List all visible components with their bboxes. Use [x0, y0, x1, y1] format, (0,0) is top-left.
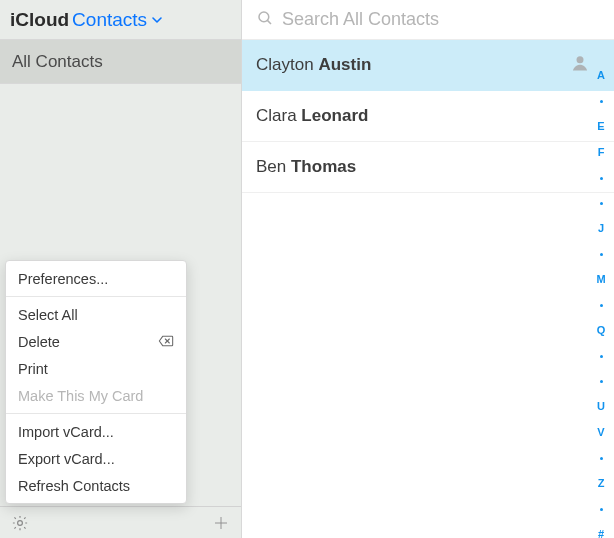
group-all-contacts[interactable]: All Contacts — [0, 40, 241, 84]
contact-list: Clayton AustinClara LeonardBen Thomas — [242, 40, 614, 538]
alpha-index-letter[interactable]: F — [592, 139, 610, 165]
alpha-index-dot[interactable] — [600, 202, 603, 205]
search-icon — [256, 9, 274, 30]
alpha-index-dot[interactable] — [600, 380, 603, 383]
alpha-index-letter[interactable]: Q — [592, 317, 610, 343]
menu-item[interactable]: Export vCard... — [6, 445, 186, 472]
menu-item-label: Make This My Card — [18, 388, 143, 404]
alpha-index: AEFJMQUVZ# — [592, 62, 610, 538]
chevron-down-icon — [151, 9, 163, 31]
menu-item[interactable]: Refresh Contacts — [6, 472, 186, 499]
alpha-index-letter[interactable]: Z — [592, 470, 610, 496]
svg-line-6 — [267, 20, 271, 24]
menu-item[interactable]: Print — [6, 355, 186, 382]
menu-item: Make This My Card — [6, 382, 186, 409]
alpha-index-dot[interactable] — [600, 508, 603, 511]
menu-item-label: Refresh Contacts — [18, 478, 130, 494]
alpha-index-letter[interactable]: M — [592, 266, 610, 292]
menu-item-label: Preferences... — [18, 271, 108, 287]
alpha-index-dot[interactable] — [600, 100, 603, 103]
add-button[interactable] — [209, 511, 233, 535]
alpha-index-letter[interactable]: E — [592, 113, 610, 139]
menu-item-label: Select All — [18, 307, 78, 323]
contact-name: Clara Leonard — [256, 106, 368, 126]
sidebar-toolbar — [0, 506, 241, 538]
alpha-index-letter[interactable]: J — [592, 215, 610, 241]
gear-icon — [11, 514, 29, 532]
contact-name: Ben Thomas — [256, 157, 356, 177]
contact-name: Clayton Austin — [256, 55, 371, 75]
menu-item-label: Import vCard... — [18, 424, 114, 440]
section-dropdown[interactable]: Contacts — [72, 9, 163, 31]
menu-item[interactable]: Preferences... — [6, 265, 186, 292]
menu-item-label: Print — [18, 361, 48, 377]
section-label: Contacts — [72, 9, 147, 31]
alpha-index-letter[interactable]: # — [592, 521, 610, 538]
contact-row[interactable]: Ben Thomas — [242, 142, 614, 193]
contact-row[interactable]: Clara Leonard — [242, 91, 614, 142]
plus-icon — [212, 514, 230, 532]
alpha-index-dot[interactable] — [600, 457, 603, 460]
gear-context-menu: Preferences...Select AllDeletePrintMake … — [5, 260, 187, 504]
menu-item-label: Export vCard... — [18, 451, 115, 467]
searchbar — [242, 0, 614, 40]
alpha-index-letter[interactable]: V — [592, 419, 610, 445]
main-pane: Clayton AustinClara LeonardBen Thomas AE… — [242, 0, 614, 538]
search-input[interactable] — [282, 9, 600, 30]
sidebar: iCloud Contacts All Contacts Preferences… — [0, 0, 242, 538]
menu-item[interactable]: Delete — [6, 328, 186, 355]
alpha-index-dot[interactable] — [600, 355, 603, 358]
contact-row[interactable]: Clayton Austin — [242, 40, 614, 91]
app-name: iCloud — [10, 9, 69, 31]
alpha-index-letter[interactable]: U — [592, 393, 610, 419]
menu-item[interactable]: Import vCard... — [6, 418, 186, 445]
menu-separator — [6, 413, 186, 414]
svg-point-2 — [18, 520, 23, 525]
alpha-index-dot[interactable] — [600, 304, 603, 307]
group-label: All Contacts — [12, 52, 103, 72]
menu-item-label: Delete — [18, 334, 60, 350]
menu-separator — [6, 296, 186, 297]
svg-point-7 — [577, 56, 584, 63]
alpha-index-dot[interactable] — [600, 253, 603, 256]
alpha-index-letter[interactable]: A — [592, 62, 610, 88]
backspace-icon — [158, 334, 174, 350]
titlebar: iCloud Contacts — [0, 0, 241, 40]
svg-point-5 — [259, 12, 269, 22]
alpha-index-dot[interactable] — [600, 177, 603, 180]
gear-button[interactable] — [8, 511, 32, 535]
person-icon — [570, 53, 590, 78]
menu-item[interactable]: Select All — [6, 301, 186, 328]
